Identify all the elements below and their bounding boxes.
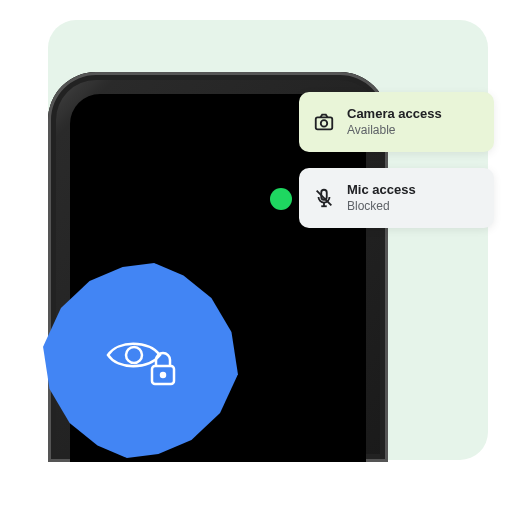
mic-status: Blocked — [347, 199, 416, 214]
mic-notification-text: Mic access Blocked — [347, 182, 416, 213]
svg-rect-3 — [316, 117, 333, 129]
privacy-indicator-dot — [270, 188, 292, 210]
camera-notification-text: Camera access Available — [347, 106, 442, 137]
mic-access-notification: Mic access Blocked — [299, 168, 494, 228]
svg-point-0 — [126, 347, 142, 363]
camera-status: Available — [347, 123, 442, 138]
svg-point-2 — [161, 373, 165, 377]
camera-access-notification: Camera access Available — [299, 92, 494, 152]
camera-icon — [313, 111, 335, 133]
svg-point-4 — [321, 120, 327, 126]
camera-title: Camera access — [347, 106, 442, 122]
mic-title: Mic access — [347, 182, 416, 198]
mic-off-icon — [313, 187, 335, 209]
eye-lock-icon — [100, 330, 185, 390]
